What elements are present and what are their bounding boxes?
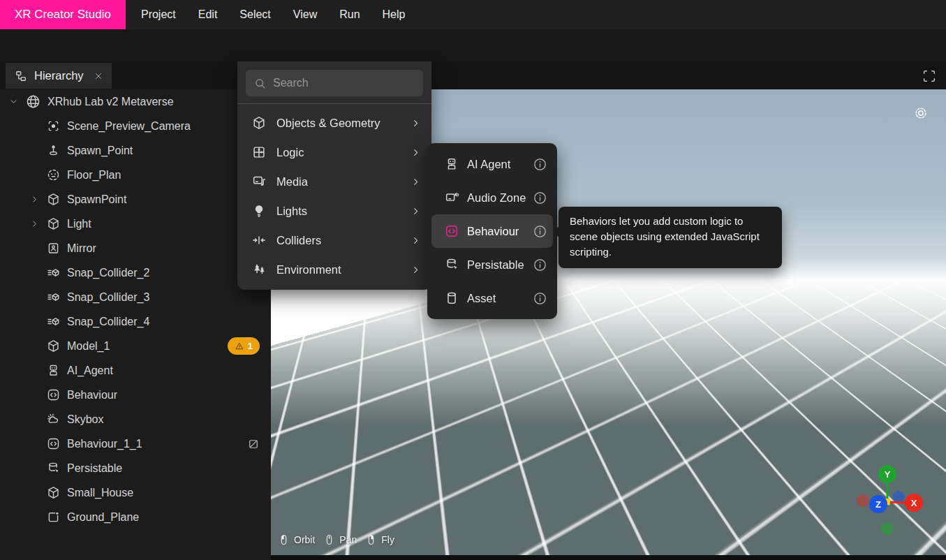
skybox-icon [46, 412, 61, 427]
snap-collider-icon [46, 314, 61, 329]
tree-item-behaviour_1_1[interactable]: Behaviour_1_1 [0, 432, 271, 456]
menubar-items: ProjectEditSelectViewRunHelp [130, 0, 417, 29]
snap-collider-icon [46, 265, 61, 280]
menu-view[interactable]: View [282, 0, 328, 29]
expander-icon-slot[interactable] [7, 96, 20, 107]
hierarchy-tab-icon-slot [14, 69, 28, 83]
fullscreen-button[interactable] [922, 68, 937, 84]
warning-badge[interactable]: 1 [228, 337, 260, 355]
horizon-fog [271, 280, 946, 425]
viewport-ground [271, 280, 946, 555]
insert-menu-item-media[interactable]: Media [237, 167, 431, 196]
nav-hint-label: Orbit [294, 534, 315, 545]
visibility-off-icon [247, 438, 260, 450]
logic-submenu: AI AgentAudio ZoneBehaviourPersistableAs… [427, 143, 557, 319]
insert-menu-item-objects-geometry[interactable]: Objects & Geometry [237, 108, 431, 138]
menu-item-label: Logic [276, 146, 304, 159]
tree-item-ai_agent[interactable]: AI_Agent [0, 358, 271, 383]
chev-right-icon [410, 205, 422, 217]
tree-item-label: Spawn_Point [67, 145, 133, 157]
nav-hint-pan: Pan [323, 531, 357, 548]
tree-item-label: Snap_Collider_4 [67, 316, 149, 328]
camera-icon [46, 119, 61, 133]
info-icon [533, 224, 547, 239]
tree-item-snap_collider_3[interactable]: Snap_Collider_3 [0, 285, 271, 309]
cube-icon [46, 216, 61, 231]
tree-item-label: Skybox [67, 413, 103, 426]
tree-item-spawn_point[interactable]: Spawn_Point [0, 138, 271, 163]
menu-edit[interactable]: Edit [187, 0, 229, 29]
tree-item-persistable[interactable]: Persistable [0, 456, 271, 480]
menubar: XR Creator Studio ProjectEditSelectViewR… [0, 0, 946, 29]
search-input[interactable] [273, 77, 417, 89]
floor-plan-icon [46, 168, 61, 182]
viewport-nav-hints: OrbitPanFly [278, 531, 394, 548]
app-logo[interactable]: XR Creator Studio [0, 0, 126, 29]
submenu-item-behaviour[interactable]: Behaviour [431, 214, 553, 248]
expander[interactable] [28, 219, 40, 229]
robot-icon [46, 363, 61, 378]
tree-item-label: Snap_Collider_3 [67, 291, 149, 304]
tree-item-label: XRhub Lab v2 Metaverse [47, 96, 174, 108]
info-icon [533, 291, 547, 306]
tree-item-label: Model_1 [67, 340, 110, 353]
insert-menu-item-logic[interactable]: Logic [237, 138, 431, 167]
tree-item-snap_collider_2[interactable]: Snap_Collider_2 [0, 260, 271, 285]
hierarchy-tab-title: Hierarchy [34, 69, 84, 82]
code-icon [444, 223, 459, 239]
submenu-item-label: Audio Zone [467, 191, 526, 205]
submenu-item-audio-zone[interactable]: Audio Zone [431, 181, 553, 214]
menu-help[interactable]: Help [371, 0, 417, 29]
close-tab-button[interactable] [90, 70, 103, 82]
svg-text:Y: Y [885, 469, 891, 480]
tree-item-behaviour[interactable]: Behaviour [0, 383, 271, 407]
tooltip: Behaviors let you add custom logic to sc… [559, 207, 782, 268]
tree-item-label: SpawnPoint [67, 193, 126, 206]
menu-item-label: Colliders [276, 234, 321, 247]
submenu-item-persistable[interactable]: Persistable [431, 248, 553, 281]
tree-item-mirror[interactable]: Mirror [0, 236, 271, 260]
tree-item-skybox[interactable]: Skybox [0, 407, 271, 432]
tree-item-label: Mirror [67, 242, 96, 255]
gizmo-svg[interactable]: YZX [855, 461, 932, 538]
svg-text:Z: Z [875, 499, 881, 510]
tree-item-small_house[interactable]: Small_House [0, 480, 271, 505]
tree-item-label: Behaviour_1_1 [67, 438, 142, 450]
robot-icon [444, 156, 459, 172]
tree-item-label: Small_House [67, 487, 133, 499]
insert-menu-item-lights[interactable]: Lights [237, 196, 431, 226]
expander[interactable] [28, 194, 40, 205]
globe-icon-slot [25, 94, 47, 110]
tree-item-root[interactable]: XRhub Lab v2 Metaverse [0, 89, 271, 114]
info-icon [533, 258, 547, 272]
scene-settings-button[interactable] [912, 105, 929, 121]
tree-item-scene_preview_camera[interactable]: Scene_Preview_Camera [0, 114, 271, 138]
menu-run[interactable]: Run [328, 0, 371, 29]
svg-text:X: X [911, 498, 917, 508]
chev-right-icon [410, 147, 422, 159]
menu-item-label: Environment [276, 263, 341, 277]
tree-item-snap_collider_4[interactable]: Snap_Collider_4 [0, 309, 271, 334]
collider-icon [251, 233, 267, 248]
search-box[interactable] [246, 70, 423, 96]
submenu-item-ai-agent[interactable]: AI Agent [431, 147, 553, 181]
tree-item-label: Ground_Plane [67, 511, 139, 524]
tree-item-light[interactable]: Light [0, 212, 271, 236]
submenu-item-asset[interactable]: Asset [431, 281, 553, 315]
warning-count: 1 [248, 341, 253, 351]
insert-menu: Objects & GeometryLogicMediaLightsCollid… [237, 61, 431, 290]
axis-gizmo[interactable]: YZX [855, 461, 932, 538]
tree-item-floor_plan[interactable]: Floor_Plan [0, 163, 271, 187]
tree-item-model_1[interactable]: Model_11 [0, 334, 271, 358]
tree-item-spawnpoint[interactable]: SpawnPoint [0, 187, 271, 212]
chev-right-icon [410, 117, 422, 129]
tree-item-ground_plane[interactable]: Ground_Plane [0, 505, 271, 529]
tree-item-label: Scene_Preview_Camera [67, 120, 191, 133]
insert-menu-item-colliders[interactable]: Colliders [237, 226, 431, 255]
insert-menu-item-environment[interactable]: Environment [237, 255, 431, 284]
tree-item-label: AI_Agent [67, 364, 113, 377]
menu-select[interactable]: Select [228, 0, 281, 29]
mouse-middle-icon [323, 531, 335, 548]
menu-project[interactable]: Project [130, 0, 187, 29]
tab-hierarchy[interactable]: Hierarchy [6, 63, 112, 89]
